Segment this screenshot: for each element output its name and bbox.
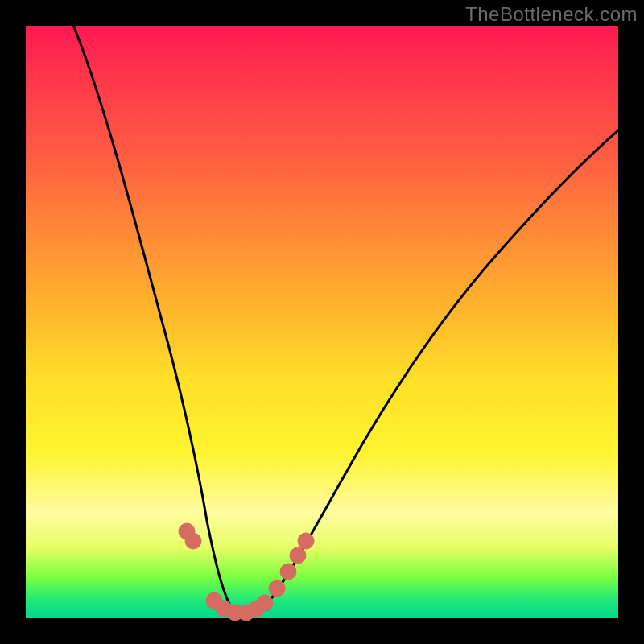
bottleneck-curve (70, 18, 638, 616)
chart-frame: TheBottleneck.com (0, 0, 644, 644)
marker-dot (269, 580, 285, 597)
watermark-text: TheBottleneck.com (465, 3, 638, 26)
marker-dot (257, 595, 273, 611)
curve-layer (26, 26, 618, 618)
marker-dot (185, 533, 201, 549)
marker-dot (280, 564, 296, 580)
plot-area (26, 26, 618, 618)
marker-dot (290, 547, 306, 564)
marker-group (179, 523, 314, 621)
marker-dot (298, 533, 314, 549)
